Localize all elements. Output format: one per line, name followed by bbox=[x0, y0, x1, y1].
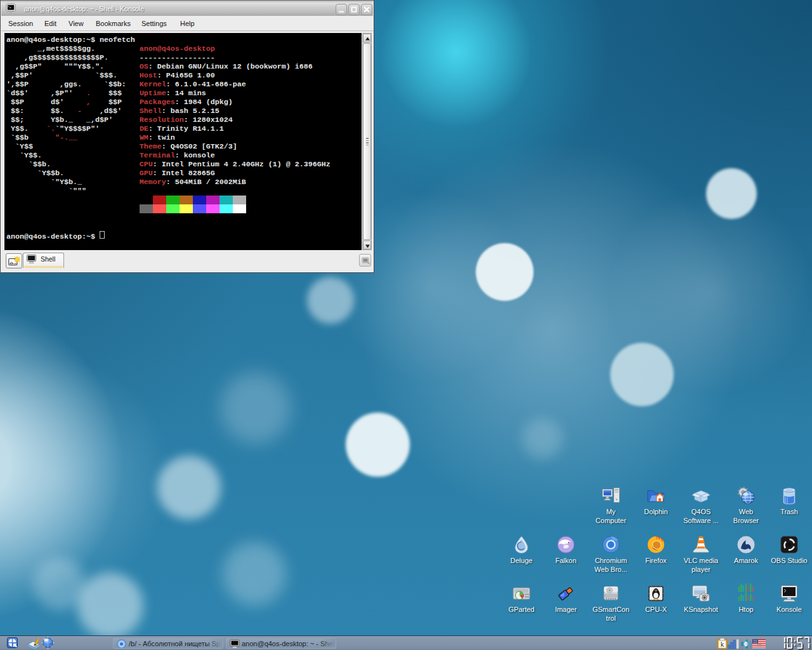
svg-text:us: us bbox=[756, 642, 761, 647]
